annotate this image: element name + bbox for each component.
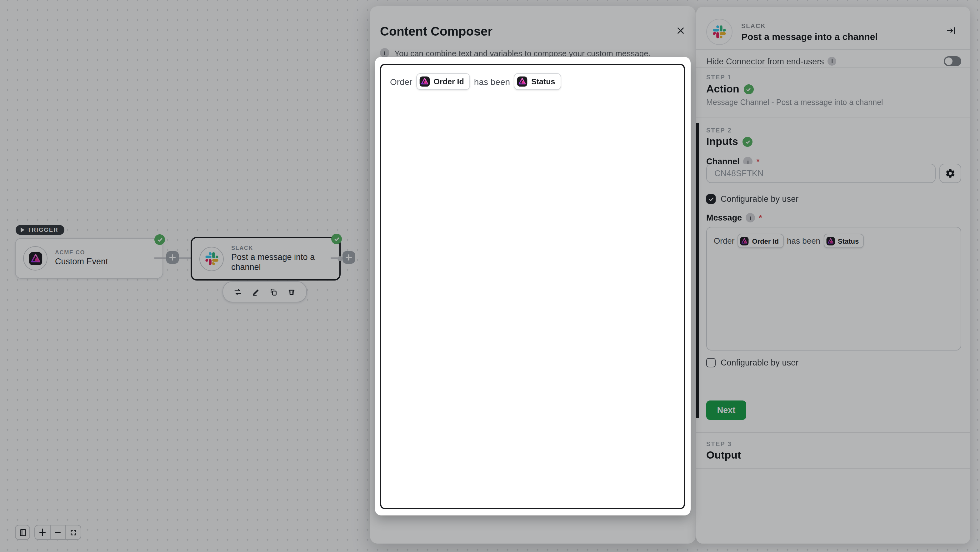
composer-text: Order: [390, 76, 412, 86]
variable-chip-status[interactable]: Status: [514, 73, 561, 90]
composer-editor-content[interactable]: Order Order Id has been Status: [381, 65, 684, 508]
chip-label: Status: [531, 77, 555, 86]
composer-editor[interactable]: Order Order Id has been Status: [380, 64, 685, 509]
composer-editor-wrapper: Order Order Id has been Status: [375, 57, 690, 515]
variable-chip-order-id[interactable]: Order Id: [416, 73, 470, 90]
acme-logo-icon: [419, 76, 430, 87]
composer-text: has been: [474, 76, 510, 86]
acme-logo-icon: [517, 76, 528, 87]
chip-label: Order Id: [434, 77, 464, 86]
app-stage: TRIGGER ACME CO Custom Event SLACK Post …: [0, 0, 980, 552]
